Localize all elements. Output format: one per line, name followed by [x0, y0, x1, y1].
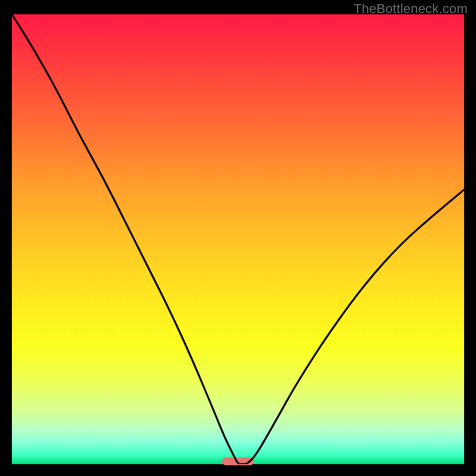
- chart-frame: TheBottleneck.com: [0, 0, 476, 476]
- curve-layer: [12, 14, 464, 464]
- watermark-text: TheBottleneck.com: [353, 1, 468, 17]
- plot-area: [12, 14, 464, 464]
- bottleneck-curve-path: [12, 14, 464, 464]
